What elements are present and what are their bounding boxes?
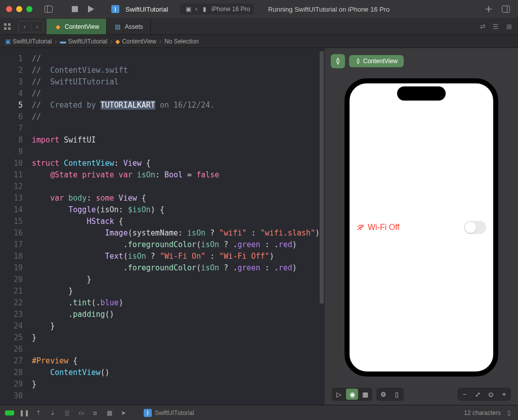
project-icon-small: ⟩ <box>144 409 152 417</box>
tab-label: Assets <box>125 23 143 30</box>
traffic-lights <box>6 6 32 12</box>
tabbar: ‹ › ◆ ContentView ▤ Assets ⇄ ☰ ⊞ <box>0 19 518 35</box>
recycle-icon[interactable]: ⇄ <box>479 23 487 31</box>
svg-rect-11 <box>8 27 11 30</box>
statusbar: ❚❚ ⇡ ⇣ ⍐ ▭ ⧈ ▦ ➤ ⟩ SwiftUITutorial 12 ch… <box>0 405 518 420</box>
add-button[interactable] <box>483 3 495 15</box>
zoom-fit-button[interactable]: ⤢ <box>471 389 484 400</box>
run-button[interactable] <box>85 3 97 15</box>
zoom-out-button[interactable]: － <box>458 389 470 400</box>
debug-view-icon[interactable]: ▭ <box>77 409 85 417</box>
stop-button[interactable] <box>69 3 81 15</box>
project-icon: ⟩ <box>111 5 119 13</box>
nav-back[interactable]: ‹ <box>19 23 31 30</box>
character-count: 12 characters <box>464 409 501 416</box>
step-over-icon[interactable]: ⇡ <box>34 409 42 417</box>
scheme-selector[interactable]: ▣ › ▮ iPhone 16 Pro <box>180 4 254 15</box>
related-items-icon[interactable] <box>0 19 15 34</box>
add-editor-icon[interactable]: ⊞ <box>505 23 513 31</box>
wifi-slash-icon <box>357 223 365 231</box>
line-gutter: 1234567891011121314151617181920212223242… <box>0 48 28 405</box>
code-area[interactable]: // // ContentView.swift // SwiftUITutori… <box>28 48 325 405</box>
code-editor[interactable]: 1234567891011121314151617181920212223242… <box>0 48 325 405</box>
editor-scrollbar[interactable] <box>320 51 324 304</box>
location-icon[interactable]: ➤ <box>119 409 127 417</box>
iphone-canvas[interactable]: Wi-Fi Off <box>344 78 498 377</box>
statusbar-project[interactable]: ⟩ SwiftUITutorial <box>144 409 194 417</box>
zoom-window[interactable] <box>26 6 32 12</box>
nav-forward[interactable]: › <box>31 23 43 30</box>
titlebar: ⟩ SwiftUITutorial ▣ › ▮ iPhone 16 Pro Ru… <box>0 0 518 19</box>
svg-rect-10 <box>4 27 7 30</box>
wifi-label: Wi-Fi Off <box>368 223 400 232</box>
selectable-preview-button[interactable]: ◉ <box>346 389 358 400</box>
statusbar-project-label: SwiftUITutorial <box>155 409 194 416</box>
nav-arrows: ‹ › <box>18 21 44 32</box>
adjust-editor-icon[interactable]: ☰ <box>492 23 500 31</box>
memory-icon[interactable]: ⧈ <box>91 409 99 417</box>
svg-marker-3 <box>88 6 94 13</box>
swift-file-icon: ◆ <box>54 23 62 31</box>
crumb-folder[interactable]: ▬ SwiftUITutorial <box>60 38 108 45</box>
step-out-icon[interactable]: ⍐ <box>63 409 71 417</box>
tab-contentview[interactable]: ◆ ContentView <box>47 19 107 34</box>
crumb-selection[interactable]: No Selection <box>164 38 199 45</box>
canvas-toolbar: ▷ ◉ ▦ ⚙ ▯ － ⤢ ⊙ ＋ <box>332 388 511 401</box>
pin-preview-button[interactable] <box>331 54 345 68</box>
svg-rect-8 <box>4 23 7 26</box>
workspace: 1234567891011121314151617181920212223242… <box>0 48 518 405</box>
toggle-sidebar-icon[interactable] <box>42 3 55 15</box>
device-settings-button[interactable]: ⚙ <box>377 389 390 400</box>
live-preview-button[interactable]: ▷ <box>333 389 345 400</box>
orientation-button[interactable]: ▯ <box>391 389 403 400</box>
scheme-device: iPhone 16 Pro <box>211 6 250 13</box>
jumpbar: ▣ SwiftUITutorial › ▬ SwiftUITutorial › … <box>0 35 518 48</box>
device-icon: ▮ <box>200 5 208 13</box>
project-name[interactable]: SwiftUITutorial <box>125 6 168 13</box>
preview-pane: ContentView Wi-Fi Off ▷ ◉ ▦ <box>325 48 518 405</box>
dynamic-island <box>397 86 446 101</box>
debug-3d-icon[interactable]: ▦ <box>105 409 113 417</box>
toggle-debug-area-icon[interactable]: ▯ <box>505 409 513 417</box>
zoom-in-button[interactable]: ＋ <box>498 389 510 400</box>
svg-rect-6 <box>502 6 510 13</box>
build-status-pill[interactable] <box>5 410 14 415</box>
step-into-icon[interactable]: ⇣ <box>49 409 57 417</box>
close-window[interactable] <box>6 6 12 12</box>
app-icon: ▣ <box>184 5 192 13</box>
preview-name-chip[interactable]: ContentView <box>349 55 404 67</box>
minimize-window[interactable] <box>16 6 22 12</box>
svg-rect-0 <box>45 6 53 13</box>
crumb-project[interactable]: ▣ SwiftUITutorial <box>5 38 52 45</box>
library-button[interactable] <box>500 3 512 15</box>
zoom-actual-button[interactable]: ⊙ <box>485 389 497 400</box>
tab-assets[interactable]: ▤ Assets <box>107 19 151 34</box>
preview-chip-label: ContentView <box>363 58 398 65</box>
tab-label: ContentView <box>65 23 99 30</box>
pause-icon[interactable]: ❚❚ <box>20 409 28 417</box>
crumb-file[interactable]: ◆ ContentView <box>115 38 156 45</box>
scheme-arrow-icon: › <box>195 6 197 13</box>
svg-rect-2 <box>72 6 78 12</box>
assets-icon: ▤ <box>114 23 122 31</box>
wifi-toggle[interactable] <box>464 221 486 234</box>
variants-button[interactable]: ▦ <box>359 389 371 400</box>
svg-point-12 <box>360 228 362 230</box>
app-preview-content: Wi-Fi Off <box>350 221 493 234</box>
svg-rect-9 <box>8 23 11 26</box>
activity-status: Running SwiftUITutorial on iPhone 16 Pro <box>268 6 390 13</box>
